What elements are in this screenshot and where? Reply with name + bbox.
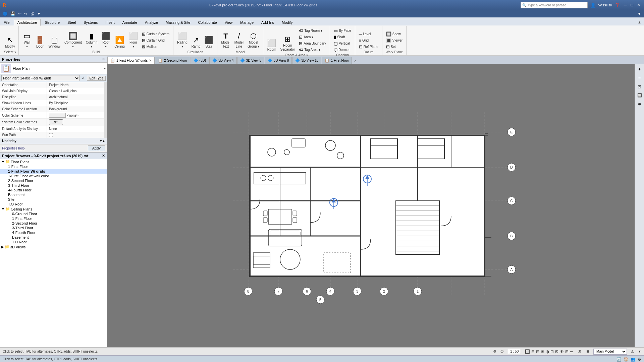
tag-room-button[interactable]: 🏷 Tag Room ▾ — [297, 27, 328, 34]
properties-help-link[interactable]: Properties help — [2, 146, 24, 150]
view-tab-close-icon[interactable]: ✕ — [149, 59, 152, 62]
qa-dropdown-icon[interactable]: ▼ — [637, 11, 642, 16]
view-tab-3d-view-8[interactable]: 🔷 3D View 8 — [265, 57, 292, 64]
ceiling-button[interactable]: 🔼 Ceiling — [113, 29, 126, 50]
underlay-collapse-icon[interactable]: ▾ ▸ — [100, 139, 105, 143]
view-tabs-scroll-right[interactable]: › — [352, 57, 358, 64]
pb-group-floor-plans[interactable]: ▼ 📁 Floor Plans — [0, 159, 107, 164]
pb-item-4-fourth-floor[interactable]: 4-Fourth Floor — [0, 188, 107, 192]
pb-item-ceiling-0-ground[interactable]: 0-Ground Floor — [0, 212, 107, 216]
active-workset-select[interactable]: Main Model — [593, 349, 627, 355]
floor-button[interactable]: ⬜ Floor▾ — [127, 29, 140, 50]
revit-home-icon[interactable]: 🏠 — [624, 357, 629, 362]
column-button[interactable]: ▮ Column▾ — [84, 29, 99, 50]
tab-insert[interactable]: Insert — [102, 19, 118, 25]
area-button[interactable]: ⊡ Area ▾ — [297, 34, 328, 40]
pb-item-1-first-floor-grids[interactable]: 1-First Floor W/ grids — [0, 169, 107, 174]
ribbon-expand-icon[interactable]: ▲ — [635, 19, 644, 25]
title-search-input[interactable]: 🔍 Type a keyword or phrase — [521, 2, 588, 8]
tab-massing-site[interactable]: Massing & Site — [162, 19, 194, 25]
maximize-button[interactable]: □ — [629, 2, 635, 8]
crop-view-icon[interactable]: ⊡ — [550, 349, 554, 354]
help-icon[interactable]: ❓ — [615, 3, 620, 7]
tab-modify[interactable]: Modify — [278, 19, 296, 25]
curtain-system-button[interactable]: ⊞ Curtain System — [140, 31, 171, 37]
shadows-icon[interactable]: ◑ — [546, 349, 549, 354]
zoom-out-button[interactable]: − — [636, 74, 643, 81]
pb-group-ceiling-plans[interactable]: ▼ 📁 Ceiling Plans — [0, 206, 107, 212]
curtain-grid-button[interactable]: ⊟ Curtain Grid — [140, 37, 171, 43]
tab-analyze[interactable]: Analyze — [141, 19, 162, 25]
view-tab-3d-view-10[interactable]: 🔷 3D View 10 — [292, 57, 321, 64]
steering-wheel-button[interactable]: ⊕ — [636, 100, 643, 108]
display-model-icon[interactable]: 🔲 — [525, 349, 530, 354]
sync-icon[interactable]: 🔄 — [616, 357, 622, 362]
view-tab-3d-view-5[interactable]: 🔷 3D View 5 — [237, 57, 264, 64]
qa-print-button[interactable]: 🖨 — [30, 11, 35, 16]
hide-crop-icon[interactable]: ⊠ — [555, 349, 558, 354]
collaborate-icon[interactable]: 👥 — [631, 357, 636, 362]
pb-item-ceiling-1-first[interactable]: 1-First Floor — [0, 216, 107, 221]
mullion-button[interactable]: ⊠ Mullion — [140, 44, 171, 50]
ramp-button[interactable]: ↗ Ramp — [190, 29, 202, 50]
tab-view[interactable]: View — [221, 19, 236, 25]
qa-new-button[interactable]: 🔵 — [2, 11, 8, 16]
by-face-button[interactable]: ▭ By Face — [332, 27, 353, 34]
room-separator-button[interactable]: ⊞ RoomSeparator — [278, 32, 297, 53]
window-button[interactable]: ▢ Window — [47, 29, 62, 50]
tag-area-button[interactable]: 🏷 Tag Area ▾ — [297, 47, 328, 53]
warnings-icon[interactable]: ⚠ — [631, 350, 634, 353]
qa-redo-button[interactable]: ↪ — [23, 11, 28, 16]
pb-item-ceiling-basement[interactable]: Basement — [0, 235, 107, 240]
pb-item-1-first-floor[interactable]: 1-First Floor — [0, 164, 107, 169]
pb-item-ceiling-to-roof[interactable]: T.O Roof — [0, 240, 107, 244]
floor-plan-select-dropdown[interactable]: Floor Plan: 1-First Floor W/ grids — [1, 75, 80, 81]
pb-item-ceiling-4-fourth[interactable]: 4-Fourth Floor — [0, 230, 107, 235]
worksets-icon[interactable]: ⊞ — [586, 349, 589, 354]
railing-button[interactable]: ⬜ Railing▾ — [175, 29, 189, 50]
show-button[interactable]: 🔲 Show — [384, 31, 404, 37]
properties-scrollbar[interactable] — [104, 82, 107, 138]
dormer-button[interactable]: ⬡ Dormer — [332, 47, 353, 53]
vertical-button[interactable]: ▢ Vertical — [332, 40, 353, 46]
model-line-button[interactable]: / ModelLine — [233, 29, 245, 50]
component-button[interactable]: 🔲 Component▾ — [63, 29, 84, 50]
sun-path-icon[interactable]: ☀ — [541, 349, 544, 354]
tab-systems[interactable]: Systems — [80, 19, 101, 25]
settings-icon[interactable]: ⚙ — [638, 357, 641, 362]
thin-lines-icon[interactable]: ═ — [570, 349, 573, 354]
view-tab-2-second-floor[interactable]: 📋 2-Second Floor — [155, 57, 190, 64]
tab-file[interactable]: File — [0, 19, 13, 25]
view-tab-3d-view-4[interactable]: 🔷 3D View 4 — [209, 57, 236, 64]
detail-level-icon[interactable]: ⊞ — [531, 349, 535, 354]
view-tab-1-first-floor[interactable]: 📋 1-First Floor — [322, 57, 352, 64]
stair-button[interactable]: ⬛ Stair — [203, 29, 215, 50]
pb-item-to-roof[interactable]: T.O Roof — [0, 202, 107, 206]
wall-button[interactable]: ▭ Wall▾ — [21, 29, 33, 50]
pb-item-basement[interactable]: Basement — [0, 192, 107, 197]
roof-button[interactable]: ⬛ Roof▾ — [100, 29, 112, 50]
properties-close-button[interactable]: ✕ — [102, 57, 105, 61]
apply-button[interactable]: Apply — [88, 145, 105, 151]
door-button[interactable]: 🚪 Door — [34, 29, 46, 50]
model-text-button[interactable]: T ModelText — [219, 29, 232, 50]
visual-style-icon[interactable]: ⊟ — [536, 349, 539, 354]
pb-item-ceiling-2-second[interactable]: 2-Second Floor — [0, 221, 107, 226]
tab-collaborate[interactable]: Collaborate — [194, 19, 220, 25]
pb-item-3-third-floor[interactable]: 3-Third Floor — [0, 183, 107, 188]
prop-type-dropdown[interactable]: ▾ — [104, 67, 106, 70]
zoom-fit-button[interactable]: ⊡ — [636, 83, 643, 90]
reveal-hidden-icon[interactable]: 👁 — [560, 349, 564, 354]
close-button[interactable]: ✕ — [636, 2, 641, 8]
temp-isolate-icon[interactable]: ⊞ — [565, 349, 569, 354]
viewer-button[interactable]: 🔳 Viewer — [384, 37, 404, 43]
model-group-button[interactable]: ⬡ ModelGroup ▾ — [246, 29, 261, 50]
pb-group-3d-views[interactable]: ▶ 📁 3D Views — [0, 244, 107, 249]
shaft-button[interactable]: ▮ Shaft — [332, 34, 353, 40]
tab-add-ins[interactable]: Add-Ins — [258, 19, 278, 25]
level-button[interactable]: ─ Level — [357, 31, 380, 37]
tab-architecture[interactable]: Architecture — [14, 19, 41, 26]
qa-settings-icon[interactable]: ▼ — [36, 11, 42, 16]
qa-undo-button[interactable]: ↩ — [17, 11, 22, 16]
project-browser-close-button[interactable]: ✕ — [102, 154, 105, 158]
